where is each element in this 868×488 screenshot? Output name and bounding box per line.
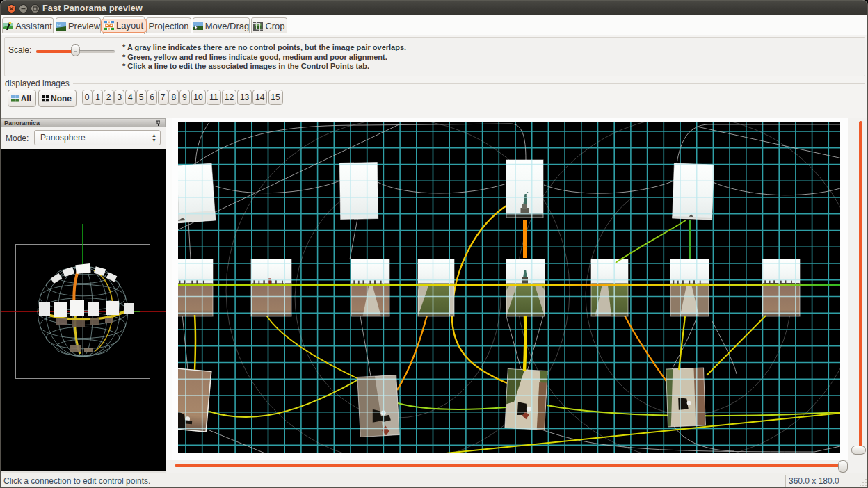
svg-text:GL: GL: [57, 22, 62, 26]
